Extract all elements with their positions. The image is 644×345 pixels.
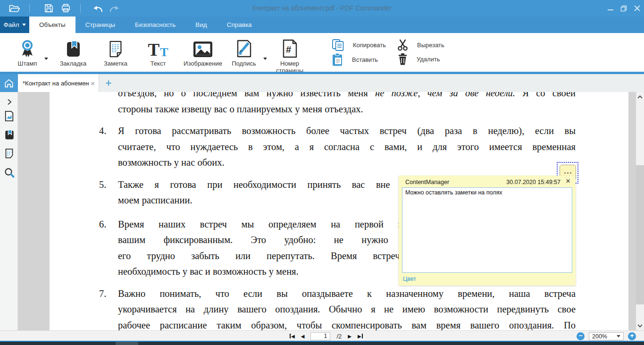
previous-page-button[interactable]: ◀ (301, 334, 305, 339)
first-page-button[interactable]: ◀ (290, 334, 295, 339)
note-color-link[interactable]: Цвет (403, 276, 416, 282)
menu-file-label: Файл (3, 21, 19, 28)
chevron-down-icon[interactable] (263, 58, 267, 60)
scroll-down-button[interactable] (636, 322, 644, 329)
bookmark-button[interactable]: Закладка (53, 37, 93, 67)
image-label: Изображение (180, 60, 226, 67)
text-button[interactable]: TT Текст (138, 37, 178, 67)
notes-panel-icon (4, 148, 14, 159)
note-close-icon[interactable]: × (564, 177, 572, 186)
svg-text:#: # (286, 44, 291, 55)
zoom-controls: − 200% + (577, 331, 636, 341)
text-run-italic: не позже, чем за две недели. (375, 92, 515, 98)
sidebar-bookmarks-button[interactable] (3, 129, 15, 141)
sticky-note-popup: ContentManager 30.07.2020 15:49:57 × Мож… (399, 176, 576, 286)
bookmark-label: Закладка (53, 60, 93, 67)
text-line: укорачивается на длину вашего опоздания.… (118, 302, 576, 318)
tab-security[interactable]: Безопасность (125, 17, 185, 33)
window-title: Контракт на абонемент.pdf - PDF Commande… (0, 0, 644, 17)
image-icon (180, 37, 226, 59)
list-number: 5. (99, 177, 118, 209)
tab-label: Вид (195, 21, 207, 28)
restore-button[interactable] (618, 0, 630, 17)
document-tab[interactable]: *Контракт на абонемент... × (18, 74, 99, 92)
list-number: 4. (99, 123, 118, 171)
delete-button[interactable]: Удалить (397, 53, 440, 66)
list-item-4: 4. Я готова рассматривать возможность бо… (99, 123, 576, 171)
chevron-down-icon (617, 335, 620, 337)
stamp-icon (8, 37, 46, 59)
note-icon (95, 37, 136, 59)
home-icon (4, 78, 14, 88)
sidebar-notes-button[interactable] (3, 148, 15, 160)
chevron-down-icon[interactable] (44, 58, 48, 60)
zoom-level-select[interactable]: 200% (589, 332, 624, 340)
bookmark-icon (53, 37, 93, 59)
plus-icon: + (105, 77, 111, 90)
close-button[interactable] (631, 0, 643, 17)
menu-file-button[interactable]: Файл (0, 17, 29, 33)
scissors-icon (397, 39, 409, 51)
copy-button[interactable]: Копировать (332, 39, 386, 51)
text-line: возможность у нас обоих. (118, 155, 576, 171)
tab-help[interactable]: Справка (217, 17, 262, 33)
tab-close-icon[interactable]: × (91, 79, 95, 87)
page-number-icon: # (268, 37, 311, 59)
minimize-button[interactable] (604, 0, 617, 17)
signature-button[interactable]: Подпись (226, 37, 262, 67)
vertical-scrollbar[interactable] (636, 92, 644, 330)
pdf-commander-window: Контракт на абонемент.pdf - PDF Commande… (0, 0, 644, 345)
image-button[interactable]: Изображение (180, 37, 226, 67)
chevron-down-icon (22, 24, 26, 26)
note-text-area[interactable]: Можно оставлять заметки на полях (402, 187, 572, 273)
signature-label: Подпись (226, 60, 262, 67)
chevron-right-icon (6, 98, 13, 106)
sidebar-thumbnails-button[interactable] (3, 110, 15, 122)
restore-icon (620, 5, 627, 12)
text-line: стороны также извещу вас о планируемых у… (118, 101, 576, 118)
next-page-button[interactable]: ▶ (348, 334, 351, 339)
text-icon: TT (138, 37, 178, 59)
list-item-7: 7. Важно понимать, что если вы опаздывае… (99, 286, 576, 331)
sidebar-expand-button[interactable] (3, 96, 15, 108)
tab-view[interactable]: Вид (185, 17, 217, 33)
scroll-up-button[interactable] (636, 93, 644, 101)
home-button[interactable] (0, 74, 18, 92)
minimize-icon (608, 6, 613, 11)
note-timestamp: 30.07.2020 15:49:57 (506, 179, 560, 185)
text-line: Я готова рассматривать возможность более… (118, 123, 576, 139)
text-line: Важно понимать, что если вы опаздываете … (118, 286, 576, 302)
status-bar: ◀ ◀ /2 ▶ ▶ − 200% + (0, 330, 644, 341)
scrollbar-thumb[interactable] (636, 165, 644, 304)
tab-objects[interactable]: Объекты (29, 17, 75, 33)
last-page-button[interactable]: ▶ (358, 334, 363, 339)
paste-button[interactable]: Вставить (332, 53, 378, 67)
note-label: Заметка (95, 60, 136, 67)
zoom-out-button[interactable]: − (577, 332, 585, 340)
new-tab-button[interactable]: + (101, 74, 116, 92)
tab-label: Страницы (85, 21, 115, 28)
text-run: Я со своей (515, 92, 576, 98)
text-line: считаете, что нуждаетесь в этом, а я сог… (118, 139, 576, 155)
left-sidebar (0, 92, 18, 330)
page-number-input[interactable] (310, 332, 330, 340)
stamp-button[interactable]: Штамп (8, 37, 46, 67)
cut-label: Вырезать (417, 42, 444, 49)
tab-label: Объекты (39, 21, 66, 28)
page-thumbnails-icon (4, 110, 14, 122)
text-icon-letter: T (160, 46, 168, 59)
note-button[interactable]: Заметка (95, 37, 136, 67)
page-number-button[interactable]: # Номер страницы (268, 37, 311, 74)
copy-label: Копировать (353, 42, 386, 49)
tab-pages[interactable]: Страницы (75, 17, 125, 33)
sidebar-search-button[interactable] (3, 167, 15, 178)
cut-button[interactable]: Вырезать (397, 39, 444, 51)
title-bar: Контракт на абонемент.pdf - PDF Commande… (0, 0, 644, 17)
document-tab-bar: *Контракт на абонемент... × + (0, 74, 644, 92)
zoom-in-button[interactable]: + (628, 332, 636, 340)
tab-label: Справка (227, 21, 252, 28)
trash-icon (397, 53, 408, 66)
page-navigation: ◀ ◀ /2 ▶ ▶ (290, 331, 363, 341)
note-author: ContentManager (405, 179, 449, 185)
tab-label: Безопасность (135, 21, 176, 28)
